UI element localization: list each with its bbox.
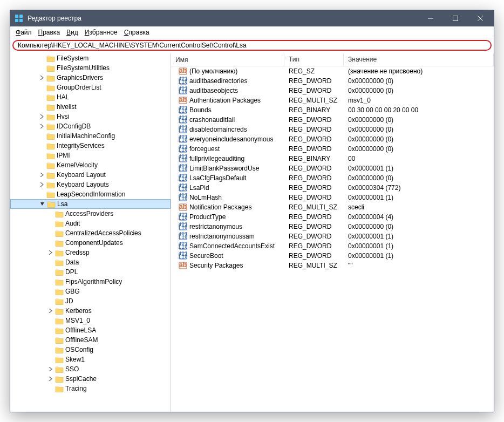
tree-node-osconfig[interactable]: OSConfig	[10, 345, 171, 355]
expander-icon[interactable]	[38, 93, 46, 101]
expander-icon[interactable]	[39, 200, 46, 208]
tree-node-msv1-0[interactable]: MSV1_0	[10, 316, 171, 325]
expander-icon[interactable]	[47, 326, 55, 334]
tree-node-credssp[interactable]: Credssp	[10, 248, 171, 257]
menu-правка[interactable]: Правка	[35, 28, 64, 37]
value-row[interactable]: fullprivilegeauditingREG_BINARY00	[171, 154, 494, 164]
expander-icon[interactable]	[47, 307, 55, 315]
expander-icon[interactable]	[38, 84, 46, 91]
tree-node-skew1[interactable]: Skew1	[10, 355, 171, 364]
tree-node-filesystem[interactable]: FileSystem	[10, 53, 171, 63]
close-button[interactable]	[468, 10, 493, 26]
expander-icon[interactable]	[47, 239, 55, 247]
values-pane[interactable]: Имя Тип Значение (По умолчанию)REG_SZ(зн…	[171, 53, 494, 412]
expander-icon[interactable]	[38, 103, 46, 111]
value-row[interactable]: LimitBlankPasswordUseREG_DWORD0x00000001…	[171, 164, 494, 173]
expander-icon[interactable]	[38, 64, 46, 72]
tree-node-gbg[interactable]: GBG	[10, 287, 171, 296]
tree-node-offlinelsa[interactable]: OfflineLSA	[10, 325, 171, 335]
expander-icon[interactable]	[38, 181, 46, 188]
value-row[interactable]: Authentication PackagesREG_MULTI_SZmsv1_…	[171, 96, 494, 105]
tree-node-componentupdates[interactable]: ComponentUpdates	[10, 238, 171, 248]
tree-node-audit[interactable]: Audit	[10, 219, 171, 228]
tree-node-hivelist[interactable]: hivelist	[10, 102, 171, 112]
expander-icon[interactable]	[38, 152, 46, 159]
minimize-button[interactable]	[418, 10, 443, 26]
tree-node-accessproviders[interactable]: AccessProviders	[10, 209, 171, 219]
tree-node-offlinesam[interactable]: OfflineSAM	[10, 335, 171, 345]
expander-icon[interactable]	[47, 220, 55, 227]
tree-node-tracing[interactable]: Tracing	[10, 384, 171, 393]
column-data[interactable]: Значение	[344, 53, 494, 66]
menu-справка[interactable]: Справка	[121, 28, 153, 37]
tree-node-integrityservices[interactable]: IntegrityServices	[10, 141, 171, 151]
menu-избранное[interactable]: Избранное	[81, 28, 121, 37]
expander-icon[interactable]	[47, 375, 55, 383]
expander-icon[interactable]	[38, 132, 46, 140]
expander-icon[interactable]	[38, 122, 46, 130]
value-row[interactable]: everyoneincludesanonymousREG_DWORD0x0000…	[171, 134, 494, 144]
value-row[interactable]: Notification PackagesREG_MULTI_SZscecli	[171, 202, 494, 212]
tree-node-leapsecondinformation[interactable]: LeapSecondInformation	[10, 189, 171, 199]
tree-node-initialmachineconfig[interactable]: InitialMachineConfig	[10, 131, 171, 141]
expander-icon[interactable]	[38, 171, 46, 179]
expander-icon[interactable]	[47, 365, 55, 373]
tree-node-data[interactable]: Data	[10, 257, 171, 267]
expander-icon[interactable]	[38, 55, 46, 62]
value-row[interactable]: NoLmHashREG_DWORD0x00000001 (1)	[171, 193, 494, 202]
value-row[interactable]: SamConnectedAccountsExistREG_DWORD0x0000…	[171, 241, 494, 251]
expander-icon[interactable]	[47, 278, 55, 285]
tree-node-sso[interactable]: SSO	[10, 364, 171, 374]
tree-node-jd[interactable]: JD	[10, 296, 171, 306]
tree-scroll[interactable]: FileSystemFileSystemUtilitiesGraphicsDri…	[10, 53, 171, 412]
expander-icon[interactable]	[38, 113, 46, 120]
tree-node-lsa[interactable]: Lsa	[10, 199, 171, 209]
value-row[interactable]: restrictanonymousREG_DWORD0x00000000 (0)	[171, 222, 494, 232]
value-row[interactable]: Security PackagesREG_MULTI_SZ""	[171, 261, 494, 270]
tree-node-dpl[interactable]: DPL	[10, 267, 171, 277]
value-row[interactable]: BoundsREG_BINARY00 30 00 00 00 20 00 00	[171, 105, 494, 115]
value-row[interactable]: (По умолчанию)REG_SZ(значение не присвое…	[171, 66, 494, 76]
expander-icon[interactable]	[47, 385, 55, 392]
maximize-button[interactable]	[443, 10, 468, 26]
value-row[interactable]: restrictanonymoussamREG_DWORD0x00000001 …	[171, 232, 494, 241]
tree-node-keyboard-layouts[interactable]: Keyboard Layouts	[10, 180, 171, 189]
expander-icon[interactable]	[47, 249, 55, 256]
tree-node-sspicache[interactable]: SspiCache	[10, 374, 171, 384]
expander-icon[interactable]	[38, 190, 46, 198]
tree-node-keyboard-layout[interactable]: Keyboard Layout	[10, 170, 171, 180]
address-input[interactable]	[12, 40, 492, 51]
menu-файл[interactable]: Файл	[12, 28, 35, 37]
tree-node-hal[interactable]: HAL	[10, 92, 171, 102]
value-row[interactable]: SecureBootREG_DWORD0x00000001 (1)	[171, 251, 494, 261]
column-name[interactable]: Имя	[171, 53, 284, 66]
expander-icon[interactable]	[38, 74, 46, 81]
tree-node-graphicsdrivers[interactable]: GraphicsDrivers	[10, 73, 171, 83]
menu-вид[interactable]: Вид	[63, 28, 81, 37]
expander-icon[interactable]	[38, 142, 46, 149]
value-row[interactable]: LsaPidREG_DWORD0x00000304 (772)	[171, 183, 494, 193]
value-row[interactable]: auditbasedirectoriesREG_DWORD0x00000000 …	[171, 76, 494, 86]
expander-icon[interactable]	[47, 346, 55, 353]
expander-icon[interactable]	[47, 297, 55, 305]
expander-icon[interactable]	[47, 336, 55, 344]
tree-node-hvsi[interactable]: Hvsi	[10, 112, 171, 121]
value-row[interactable]: LsaCfgFlagsDefaultREG_DWORD0x00000000 (0…	[171, 173, 494, 183]
expander-icon[interactable]	[38, 161, 46, 169]
tree-node-filesystemutilities[interactable]: FileSystemUtilities	[10, 63, 171, 73]
tree-node-centralizedaccesspolicies[interactable]: CentralizedAccessPolicies	[10, 228, 171, 238]
tree-node-ipmi[interactable]: IPMI	[10, 151, 171, 160]
tree-node-kernelvelocity[interactable]: KernelVelocity	[10, 160, 171, 170]
value-row[interactable]: crashonauditfailREG_DWORD0x00000000 (0)	[171, 115, 494, 125]
titlebar[interactable]: Редактор реестра	[10, 10, 494, 26]
expander-icon[interactable]	[47, 356, 55, 363]
tree-node-kerberos[interactable]: Kerberos	[10, 306, 171, 316]
expander-icon[interactable]	[47, 268, 55, 276]
value-row[interactable]: forceguestREG_DWORD0x00000000 (0)	[171, 144, 494, 154]
tree-node-idconfigdb[interactable]: IDConfigDB	[10, 121, 171, 131]
column-type[interactable]: Тип	[284, 53, 344, 66]
expander-icon[interactable]	[47, 288, 55, 295]
expander-icon[interactable]	[47, 317, 55, 324]
tree-node-grouporderlist[interactable]: GroupOrderList	[10, 83, 171, 92]
value-row[interactable]: auditbaseobjectsREG_DWORD0x00000000 (0)	[171, 86, 494, 96]
